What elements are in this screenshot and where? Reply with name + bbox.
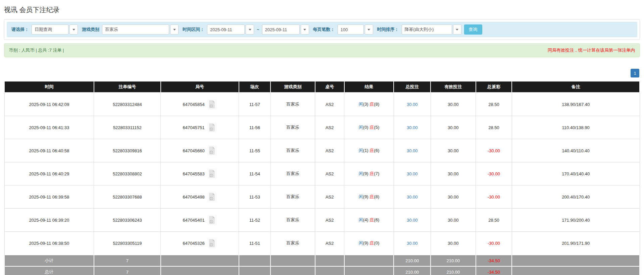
subtotal-payout-value: -34.50 [488,258,500,263]
filter-bar: 请选择： 游戏类别 时间区间： ~ 每页笔数： 时间排序： [7,22,637,37]
result-player-value: (3) [363,102,368,107]
film-document-icon [208,169,216,178]
game-type-select-caret-button[interactable] [170,24,179,35]
date-range-separator: ~ [257,27,259,32]
header-total-bet: 总投注 [394,81,431,93]
cell-session: 11-55 [239,139,271,162]
game-type-select-input[interactable] [102,24,169,35]
cell-time: 2025-09-11 06:41:33 [4,116,94,139]
result-player-label: 闲 [359,217,363,222]
subtotal-empty-cell [344,255,394,266]
cell-table-no: AS2 [315,116,344,139]
mode-select-input[interactable] [32,24,68,35]
table-row: 2025-09-11 06:39:58 522803307688 6470454… [4,185,640,209]
video-replay-button[interactable] [207,122,217,133]
video-replay-button[interactable] [207,168,217,179]
summary-bar: 币别 : 人民币 | 总共 :7 注单 | 同局有效投注，统一计算在该局第一张注… [4,43,640,57]
result-player-label: 闲 [359,240,363,245]
cell-time: 2025-09-11 06:39:58 [4,185,94,209]
total-bet-link[interactable]: 30.00 [407,195,418,200]
mode-select-caret-button[interactable] [69,24,78,35]
table-row: 2025-09-11 06:39:20 522803306243 6470454… [4,209,640,232]
sort-select-input[interactable] [402,24,452,35]
cell-result: 闲(1) 庄(6) [344,139,394,162]
video-replay-button[interactable] [207,145,217,156]
result-player-value: (1) [363,148,368,153]
page-size-input[interactable] [338,24,364,35]
grand-total-valid-bet: 210.00 [431,266,476,275]
cell-valid-bet: 30.00 [431,162,476,185]
cell-payout: 28.50 [476,209,512,232]
round-id-text: 647045401 [183,218,205,223]
game-type-label: 游戏类别 [82,26,99,33]
video-replay-button[interactable] [207,238,217,249]
round-id-text: 647045660 [183,148,205,153]
result-banker-label: 庄 [369,240,374,245]
payout-value: -30.00 [488,241,500,246]
caret-down-icon [303,29,306,31]
cell-payout: 28.50 [476,116,512,139]
result-player-value: (9) [363,240,368,245]
video-replay-button[interactable] [207,215,217,225]
round-id-text: 647045326 [183,241,205,246]
date-from-caret-button[interactable] [246,24,254,35]
header-remark: 备注 [512,81,640,93]
film-document-icon [208,123,216,132]
result-player-label: 闲 [359,148,363,153]
video-replay-button[interactable] [207,99,217,110]
cell-remark: 140.40/110.40 [512,139,640,162]
cell-round-id: 647045751 [161,116,239,139]
cell-round-id: 647045326 [161,232,239,255]
video-replay-button[interactable] [207,191,217,202]
cell-table-no: AS2 [315,232,344,255]
result-banker-value: (5) [374,125,379,130]
cell-session: 11-51 [239,232,271,255]
total-bet-link[interactable]: 30.00 [407,241,418,246]
total-bet-link[interactable]: 30.00 [407,102,418,107]
cell-total-bet: 30.00 [394,209,431,232]
date-from-input[interactable] [207,24,245,35]
subtotal-valid-bet: 210.00 [431,255,476,266]
page-1-button[interactable]: 1 [631,69,639,77]
date-to-input[interactable] [262,24,300,35]
valid-bet-note: 同局有效投注，统一计算在该局第一张注单内 [548,47,635,53]
cell-remark: 110.40/138.90 [512,116,640,139]
grand-total-count: 7 [94,266,161,275]
result-player-label: 闲 [359,125,363,130]
game-type-select [102,24,179,35]
cell-round-id: 647045583 [161,162,239,185]
grand-total-label: 总计 [4,266,94,275]
header-bet-id: 注单编号 [94,81,161,93]
cell-total-bet: 30.00 [394,116,431,139]
total-bet-link[interactable]: 30.00 [407,171,418,176]
grand-total-empty-cell [315,266,344,275]
cell-result: 闲(9) 庄(8) [344,185,394,209]
grand-total-payout: -34.50 [476,266,512,275]
grand-total-payout-value: -34.50 [488,270,500,275]
date-to-caret-button[interactable] [301,24,309,35]
sort-select-caret-button[interactable] [453,24,461,35]
cell-game-type: 百家乐 [270,116,315,139]
round-id-text: 647045854 [183,102,205,107]
cell-valid-bet: 30.00 [431,139,476,162]
grand-total-empty-cell [270,266,315,275]
page-size-caret-button[interactable] [365,24,373,35]
cell-bet-id: 522803305119 [94,232,161,255]
table-row: 2025-09-11 06:38:50 522803305119 6470453… [4,232,640,255]
film-document-icon [208,100,216,109]
total-bet-link[interactable]: 30.00 [407,218,418,223]
search-button[interactable]: 查询 [464,24,482,35]
film-document-icon [208,192,216,202]
result-player-label: 闲 [359,194,363,199]
total-bet-link[interactable]: 30.00 [407,125,418,130]
result-banker-value: (0) [374,240,379,245]
cell-round-id: 647045498 [161,185,239,209]
total-bet-link[interactable]: 30.00 [407,148,418,153]
cell-result: 闲(9) 庄(0) [344,232,394,255]
grand-total-empty-cell [161,266,239,275]
result-banker-value: (6) [374,148,379,153]
cell-time: 2025-09-11 06:38:50 [4,232,94,255]
header-valid-bet: 有效投注 [431,81,476,93]
header-table-no: 桌号 [315,81,344,93]
cell-bet-id: 522803309816 [94,139,161,162]
